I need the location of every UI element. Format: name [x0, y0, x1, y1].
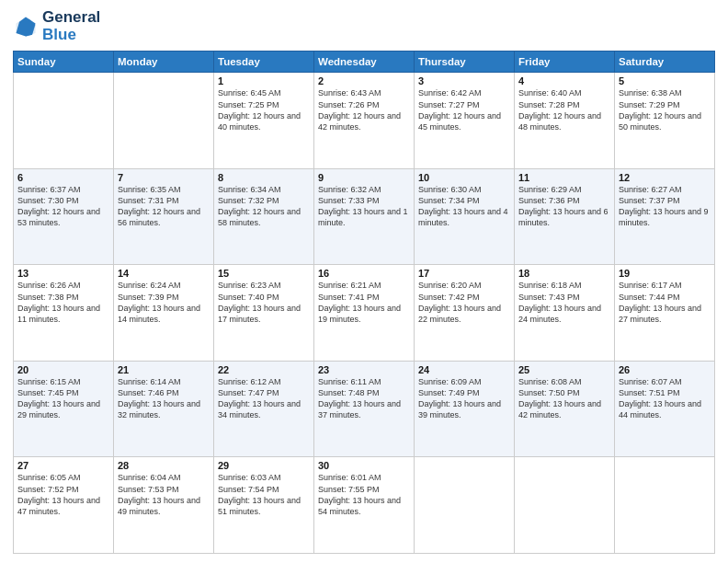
day-number: 19: [619, 268, 711, 279]
calendar-cell: 13Sunrise: 6:26 AM Sunset: 7:38 PM Dayli…: [14, 265, 114, 362]
calendar-cell: [515, 457, 615, 554]
day-number: 17: [418, 268, 510, 279]
calendar-cell: [415, 457, 515, 554]
calendar-cell: 20Sunrise: 6:15 AM Sunset: 7:45 PM Dayli…: [14, 361, 114, 457]
day-number: 25: [518, 364, 610, 375]
day-number: 7: [118, 172, 210, 183]
day-number: 10: [418, 172, 510, 183]
day-number: 1: [218, 75, 310, 86]
calendar-week-row: 20Sunrise: 6:15 AM Sunset: 7:45 PM Dayli…: [14, 361, 715, 457]
weekday-header-saturday: Saturday: [615, 52, 715, 73]
calendar-cell: 7Sunrise: 6:35 AM Sunset: 7:31 PM Daylig…: [114, 168, 214, 265]
calendar-header-row: SundayMondayTuesdayWednesdayThursdayFrid…: [14, 52, 715, 73]
day-number: 29: [218, 460, 310, 471]
day-info: Sunrise: 6:43 AM Sunset: 7:26 PM Dayligh…: [318, 87, 410, 132]
day-info: Sunrise: 6:37 AM Sunset: 7:30 PM Dayligh…: [17, 184, 109, 229]
calendar-cell: 2Sunrise: 6:43 AM Sunset: 7:26 PM Daylig…: [314, 73, 415, 169]
page: General Blue SundayMondayTuesdayWednesda…: [0, 0, 728, 563]
day-number: 9: [318, 172, 410, 183]
calendar-cell: 30Sunrise: 6:01 AM Sunset: 7:55 PM Dayli…: [314, 457, 415, 554]
calendar-cell: 11Sunrise: 6:29 AM Sunset: 7:36 PM Dayli…: [515, 168, 615, 265]
calendar-week-row: 6Sunrise: 6:37 AM Sunset: 7:30 PM Daylig…: [14, 168, 715, 265]
calendar-cell: 25Sunrise: 6:08 AM Sunset: 7:50 PM Dayli…: [515, 361, 615, 457]
weekday-header-thursday: Thursday: [415, 52, 515, 73]
day-number: 5: [619, 75, 711, 86]
weekday-header-sunday: Sunday: [14, 52, 114, 73]
day-info: Sunrise: 6:27 AM Sunset: 7:37 PM Dayligh…: [619, 184, 711, 229]
day-info: Sunrise: 6:15 AM Sunset: 7:45 PM Dayligh…: [17, 376, 109, 421]
day-number: 30: [318, 460, 410, 471]
day-number: 12: [619, 172, 711, 183]
day-info: Sunrise: 6:07 AM Sunset: 7:51 PM Dayligh…: [619, 376, 711, 421]
calendar-cell: [114, 73, 214, 169]
calendar-week-row: 13Sunrise: 6:26 AM Sunset: 7:38 PM Dayli…: [14, 265, 715, 362]
calendar-cell: 3Sunrise: 6:42 AM Sunset: 7:27 PM Daylig…: [415, 73, 515, 169]
day-info: Sunrise: 6:20 AM Sunset: 7:42 PM Dayligh…: [418, 280, 510, 325]
day-info: Sunrise: 6:14 AM Sunset: 7:46 PM Dayligh…: [118, 376, 210, 421]
calendar-cell: 26Sunrise: 6:07 AM Sunset: 7:51 PM Dayli…: [615, 361, 715, 457]
day-number: 24: [418, 364, 510, 375]
day-info: Sunrise: 6:04 AM Sunset: 7:53 PM Dayligh…: [118, 472, 210, 517]
calendar-cell: 4Sunrise: 6:40 AM Sunset: 7:28 PM Daylig…: [515, 73, 615, 169]
calendar-cell: 12Sunrise: 6:27 AM Sunset: 7:37 PM Dayli…: [615, 168, 715, 265]
calendar-cell: 9Sunrise: 6:32 AM Sunset: 7:33 PM Daylig…: [314, 168, 415, 265]
day-info: Sunrise: 6:21 AM Sunset: 7:41 PM Dayligh…: [318, 280, 410, 325]
day-info: Sunrise: 6:01 AM Sunset: 7:55 PM Dayligh…: [318, 472, 410, 517]
day-info: Sunrise: 6:08 AM Sunset: 7:50 PM Dayligh…: [518, 376, 610, 421]
calendar-cell: 28Sunrise: 6:04 AM Sunset: 7:53 PM Dayli…: [114, 457, 214, 554]
weekday-header-monday: Monday: [114, 52, 214, 73]
day-info: Sunrise: 6:35 AM Sunset: 7:31 PM Dayligh…: [118, 184, 210, 229]
logo-icon: [13, 14, 39, 40]
day-number: 26: [619, 364, 711, 375]
weekday-header-friday: Friday: [515, 52, 615, 73]
calendar-cell: 15Sunrise: 6:23 AM Sunset: 7:40 PM Dayli…: [214, 265, 314, 362]
day-info: Sunrise: 6:30 AM Sunset: 7:34 PM Dayligh…: [418, 184, 510, 229]
calendar-table: SundayMondayTuesdayWednesdayThursdayFrid…: [13, 51, 715, 554]
day-number: 6: [17, 172, 109, 183]
calendar-cell: 6Sunrise: 6:37 AM Sunset: 7:30 PM Daylig…: [14, 168, 114, 265]
day-number: 3: [418, 75, 510, 86]
day-number: 21: [118, 364, 210, 375]
calendar-cell: 1Sunrise: 6:45 AM Sunset: 7:25 PM Daylig…: [214, 73, 314, 169]
day-number: 15: [218, 268, 310, 279]
day-info: Sunrise: 6:09 AM Sunset: 7:49 PM Dayligh…: [418, 376, 510, 421]
calendar-cell: 22Sunrise: 6:12 AM Sunset: 7:47 PM Dayli…: [214, 361, 314, 457]
day-info: Sunrise: 6:24 AM Sunset: 7:39 PM Dayligh…: [118, 280, 210, 325]
day-info: Sunrise: 6:17 AM Sunset: 7:44 PM Dayligh…: [619, 280, 711, 325]
day-number: 2: [318, 75, 410, 86]
calendar-cell: 27Sunrise: 6:05 AM Sunset: 7:52 PM Dayli…: [14, 457, 114, 554]
calendar-cell: 16Sunrise: 6:21 AM Sunset: 7:41 PM Dayli…: [314, 265, 415, 362]
calendar-cell: 8Sunrise: 6:34 AM Sunset: 7:32 PM Daylig…: [214, 168, 314, 265]
day-number: 16: [318, 268, 410, 279]
day-info: Sunrise: 6:26 AM Sunset: 7:38 PM Dayligh…: [17, 280, 109, 325]
day-info: Sunrise: 6:45 AM Sunset: 7:25 PM Dayligh…: [218, 87, 310, 132]
header: General Blue: [13, 9, 715, 43]
day-info: Sunrise: 6:29 AM Sunset: 7:36 PM Dayligh…: [518, 184, 610, 229]
calendar-cell: 14Sunrise: 6:24 AM Sunset: 7:39 PM Dayli…: [114, 265, 214, 362]
day-number: 20: [17, 364, 109, 375]
day-info: Sunrise: 6:40 AM Sunset: 7:28 PM Dayligh…: [518, 87, 610, 132]
logo-text: General Blue: [42, 9, 100, 43]
day-info: Sunrise: 6:34 AM Sunset: 7:32 PM Dayligh…: [218, 184, 310, 229]
calendar-week-row: 27Sunrise: 6:05 AM Sunset: 7:52 PM Dayli…: [14, 457, 715, 554]
day-info: Sunrise: 6:05 AM Sunset: 7:52 PM Dayligh…: [17, 472, 109, 517]
day-info: Sunrise: 6:42 AM Sunset: 7:27 PM Dayligh…: [418, 87, 510, 132]
day-number: 4: [518, 75, 610, 86]
calendar-cell: 29Sunrise: 6:03 AM Sunset: 7:54 PM Dayli…: [214, 457, 314, 554]
day-info: Sunrise: 6:12 AM Sunset: 7:47 PM Dayligh…: [218, 376, 310, 421]
day-number: 27: [17, 460, 109, 471]
day-info: Sunrise: 6:11 AM Sunset: 7:48 PM Dayligh…: [318, 376, 410, 421]
calendar-cell: 18Sunrise: 6:18 AM Sunset: 7:43 PM Dayli…: [515, 265, 615, 362]
day-info: Sunrise: 6:18 AM Sunset: 7:43 PM Dayligh…: [518, 280, 610, 325]
weekday-header-wednesday: Wednesday: [314, 52, 415, 73]
day-info: Sunrise: 6:38 AM Sunset: 7:29 PM Dayligh…: [619, 87, 711, 132]
day-number: 14: [118, 268, 210, 279]
calendar-cell: 24Sunrise: 6:09 AM Sunset: 7:49 PM Dayli…: [415, 361, 515, 457]
calendar-cell: 19Sunrise: 6:17 AM Sunset: 7:44 PM Dayli…: [615, 265, 715, 362]
day-number: 28: [118, 460, 210, 471]
day-number: 23: [318, 364, 410, 375]
calendar-cell: [14, 73, 114, 169]
calendar-cell: 23Sunrise: 6:11 AM Sunset: 7:48 PM Dayli…: [314, 361, 415, 457]
day-number: 18: [518, 268, 610, 279]
day-number: 22: [218, 364, 310, 375]
